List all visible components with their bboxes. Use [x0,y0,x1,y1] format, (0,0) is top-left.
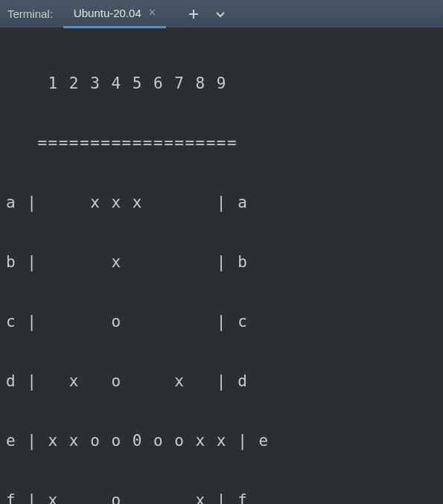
plus-icon[interactable] [187,7,200,21]
board-row: c | o | c [6,307,437,336]
board-row: d | x o x | d [6,366,437,396]
terminal-output[interactable]: 1 2 3 4 5 6 7 8 9 =================== a … [0,28,443,504]
header-actions [166,7,227,21]
board-row: e | x x o o 0 o o x x | e [6,426,437,456]
header-title: Terminal: [0,7,63,20]
board-row: f | x o x | f [6,485,437,504]
chevron-down-icon[interactable] [214,7,227,21]
board-row: b | x | b [6,247,437,277]
tab-label: Ubuntu-20.04 [74,7,141,19]
board-divider-top: =================== [6,128,437,158]
terminal-tab[interactable]: Ubuntu-20.04 × [63,0,166,28]
board-row: a | x x x | a [6,188,437,217]
board-col-header-top: 1 2 3 4 5 6 7 8 9 [6,68,437,98]
close-icon[interactable]: × [149,7,156,19]
terminal-header: Terminal: Ubuntu-20.04 × [0,0,443,28]
